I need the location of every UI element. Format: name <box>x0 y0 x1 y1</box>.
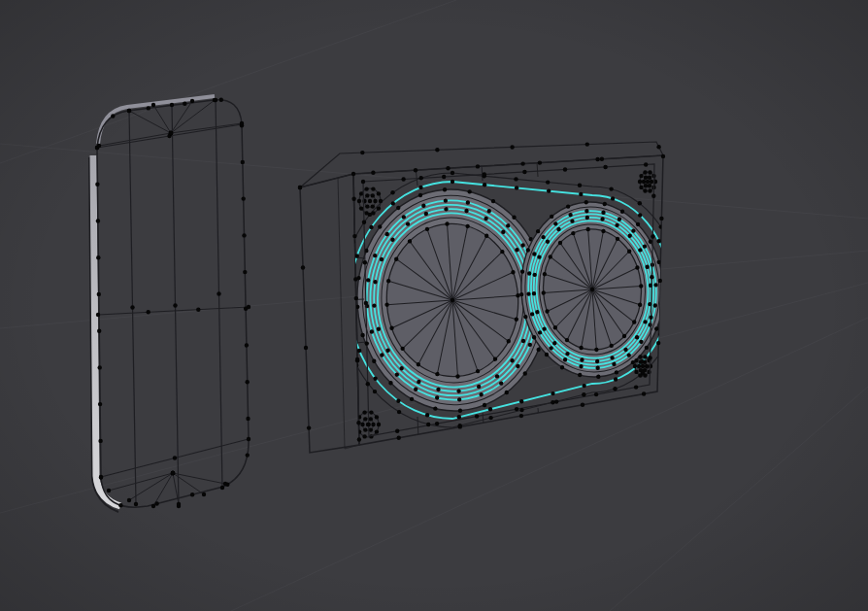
vertex-dot[interactable] <box>483 172 486 176</box>
vertex-dot[interactable] <box>648 176 651 180</box>
vertex-dot[interactable] <box>483 183 486 187</box>
vertex-dot[interactable] <box>644 162 648 166</box>
vertex-dot[interactable] <box>554 399 558 403</box>
vertex-dot[interactable] <box>364 187 368 190</box>
vertex-dot[interactable] <box>551 400 554 404</box>
vertex-dot[interactable] <box>642 180 646 184</box>
vertex-dot[interactable] <box>355 357 359 361</box>
vertex-dot[interactable] <box>365 204 369 208</box>
vertex-dot[interactable] <box>649 316 652 320</box>
vertex-dot[interactable] <box>96 255 100 259</box>
vertex-dot[interactable] <box>98 439 102 443</box>
vertex-dot[interactable] <box>648 356 651 359</box>
vertex-dot[interactable] <box>519 408 523 412</box>
vertex-dot[interactable] <box>442 175 446 179</box>
vertex-dot[interactable] <box>638 213 642 217</box>
vertex-dot[interactable] <box>457 415 461 419</box>
vertex-dot[interactable] <box>638 355 642 358</box>
vertex-dot[interactable] <box>363 260 367 264</box>
vertex-dot[interactable] <box>634 385 638 389</box>
vertex-dot[interactable] <box>396 399 400 403</box>
vertex-dot[interactable] <box>134 502 138 506</box>
vertex-dot[interactable] <box>357 349 361 353</box>
vertex-dot[interactable] <box>362 410 366 414</box>
vertex-dot[interactable] <box>419 176 423 180</box>
vertex-dot[interactable] <box>351 197 355 201</box>
3d-viewport[interactable] <box>0 0 868 611</box>
vertex-dot[interactable] <box>360 423 364 426</box>
vertex-dot[interactable] <box>213 98 217 102</box>
vertex-dot[interactable] <box>360 151 364 154</box>
vertex-dot[interactable] <box>648 188 651 192</box>
vertex-dot[interactable] <box>356 421 360 424</box>
vertex-dot[interactable] <box>369 410 373 414</box>
vertex-dot[interactable] <box>603 165 607 169</box>
vertex-dot[interactable] <box>357 199 361 203</box>
vertex-dot[interactable] <box>359 191 363 195</box>
vertex-dot[interactable] <box>170 103 174 107</box>
vertex-dot[interactable] <box>647 370 651 374</box>
vertex-dot[interactable] <box>95 183 99 187</box>
vertex-dot[interactable] <box>98 365 102 369</box>
vertex-dot[interactable] <box>657 239 661 243</box>
vertex-dot[interactable] <box>643 355 647 358</box>
vertex-dot[interactable] <box>219 98 223 102</box>
vertex-dot[interactable] <box>304 346 308 350</box>
vertex-dot[interactable] <box>298 186 302 189</box>
vertex-dot[interactable] <box>611 196 615 200</box>
vertex-dot[interactable] <box>520 161 524 165</box>
vertex-dot[interactable] <box>595 157 599 161</box>
vertex-dot[interactable] <box>220 486 224 490</box>
vertex-dot[interactable] <box>375 415 379 419</box>
vertex-dot[interactable] <box>644 176 648 180</box>
vertex-dot[interactable] <box>246 417 250 421</box>
vertex-dot[interactable] <box>369 417 373 421</box>
vertex-dot[interactable] <box>650 275 653 279</box>
vertex-dot[interactable] <box>371 187 375 190</box>
vertex-dot[interactable] <box>177 502 181 506</box>
vertex-dot[interactable] <box>359 206 363 210</box>
vertex-dot[interactable] <box>364 301 368 305</box>
vertex-dot[interactable] <box>307 425 311 429</box>
vertex-dot[interactable] <box>301 265 305 269</box>
vertex-dot[interactable] <box>538 160 542 164</box>
vertex-dot[interactable] <box>371 204 375 208</box>
vertex-dot[interactable] <box>581 403 584 407</box>
vertex-dot[interactable] <box>377 191 381 195</box>
vertex-dot[interactable] <box>579 192 583 196</box>
vertex-dot[interactable] <box>97 329 101 333</box>
vertex-dot[interactable] <box>379 199 383 203</box>
vertex-dot[interactable] <box>196 308 200 312</box>
vertex-dot[interactable] <box>223 482 227 486</box>
vertex-dot[interactable] <box>96 219 100 222</box>
vertex-dot[interactable] <box>397 410 401 414</box>
vertex-dot[interactable] <box>371 171 375 175</box>
vertex-dot[interactable] <box>369 225 373 229</box>
vertex-dot[interactable] <box>375 429 379 433</box>
vertex-dot[interactable] <box>151 103 155 107</box>
vertex-dot[interactable] <box>547 188 551 192</box>
vertex-dot[interactable] <box>245 343 249 347</box>
vertex-dot[interactable] <box>171 471 175 475</box>
vertex-dot[interactable] <box>368 213 372 217</box>
vertex-dot[interactable] <box>242 233 246 237</box>
vertex-dot[interactable] <box>475 414 479 418</box>
vertex-dot[interactable] <box>127 498 131 502</box>
vertex-dot[interactable] <box>425 413 429 417</box>
vertex-dot[interactable] <box>365 193 369 197</box>
vertex-dot[interactable] <box>446 166 450 170</box>
vertex-dot[interactable] <box>546 180 550 184</box>
vertex-dot[interactable] <box>368 199 372 203</box>
vertex-dot[interactable] <box>130 305 134 309</box>
vertex-dot[interactable] <box>202 492 206 496</box>
vertex-dot[interactable] <box>99 475 103 479</box>
vertex-dot[interactable] <box>401 177 405 181</box>
vertex-dot[interactable] <box>609 187 613 190</box>
vertex-dot[interactable] <box>366 382 370 386</box>
vertex-dot[interactable] <box>582 392 585 396</box>
vertex-dot[interactable] <box>633 364 637 368</box>
vertex-dot[interactable] <box>147 310 150 314</box>
vertex-dot[interactable] <box>651 234 654 238</box>
vertex-dot[interactable] <box>353 277 357 281</box>
vertex-dot[interactable] <box>435 422 439 425</box>
